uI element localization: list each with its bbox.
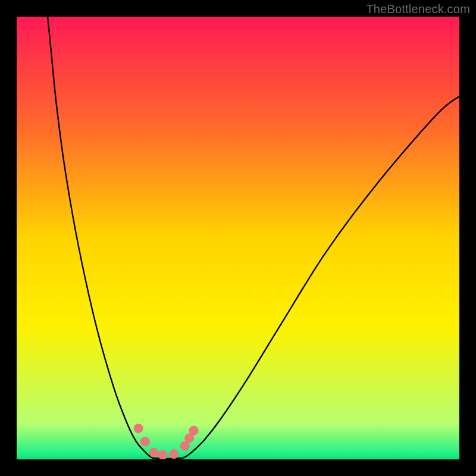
marker-point [158, 450, 168, 459]
chart-plot-area [17, 17, 459, 459]
marker-point [169, 449, 178, 459]
chart-svg [17, 17, 459, 459]
marker-point [140, 437, 150, 446]
marker-point [134, 424, 143, 433]
marker-point [180, 441, 190, 451]
marker-point [149, 448, 159, 458]
chart-frame: TheBottleneck.com [0, 0, 476, 476]
series-trough-floor [153, 458, 183, 459]
marker-point [189, 426, 199, 436]
watermark-text: TheBottleneck.com [366, 2, 470, 16]
